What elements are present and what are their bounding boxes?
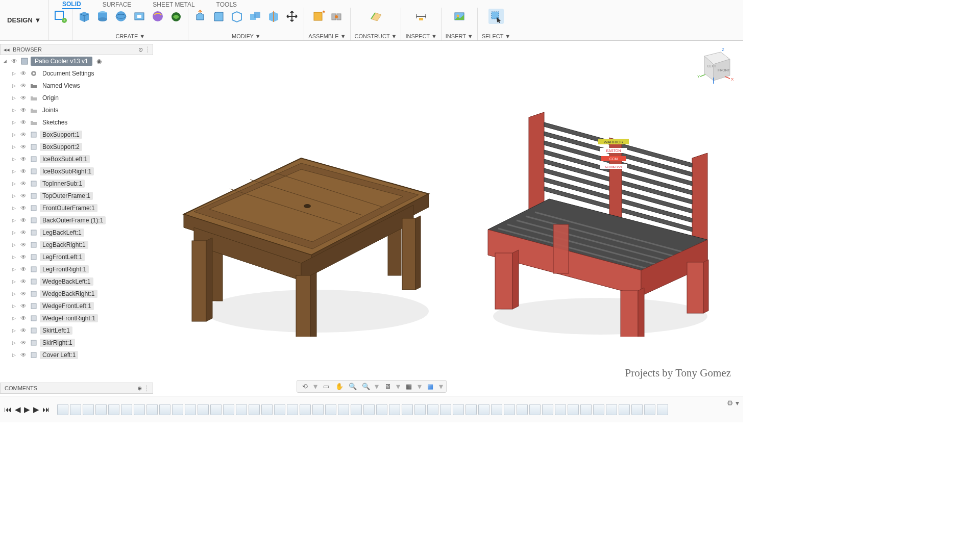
expand-icon[interactable]: ▷ (12, 132, 17, 137)
expand-icon[interactable]: ▷ (12, 242, 17, 247)
browser-row[interactable]: ▷👁Origin (3, 92, 153, 104)
expand-icon[interactable]: ▷ (12, 95, 17, 100)
visibility-icon[interactable]: 👁 (19, 216, 28, 224)
expand-icon[interactable]: ▷ (12, 291, 17, 296)
item-label[interactable]: IceBoxSubRight:1 (40, 167, 94, 175)
timeline-feature[interactable] (376, 404, 387, 415)
visibility-icon[interactable]: 👁 (19, 94, 28, 102)
torus-icon[interactable] (132, 9, 147, 24)
timeline-feature[interactable] (325, 404, 336, 415)
expand-icon[interactable]: ◢ (3, 59, 8, 64)
item-label[interactable]: LegBackLeft:1 (40, 229, 84, 237)
browser-row[interactable]: ▷👁Cover Left:1 (3, 349, 153, 361)
modify-label[interactable]: MODIFY ▼ (232, 33, 261, 39)
expand-icon[interactable]: ▷ (12, 352, 17, 358)
pan-icon[interactable]: ✋ (335, 382, 344, 391)
construct-label[interactable]: CONSTRUCT ▼ (355, 33, 397, 39)
browser-row[interactable]: ▷👁WedgeFrontLeft:1 (3, 300, 153, 312)
expand-icon[interactable]: ▷ (12, 328, 17, 333)
tab-surface[interactable]: SURFACE (103, 1, 132, 8)
browser-row[interactable]: ▷👁LegBackLeft:1 (3, 226, 153, 239)
item-label[interactable]: SkirtLeft:1 (40, 326, 72, 335)
expand-icon[interactable]: ▷ (12, 230, 17, 235)
zoom-icon[interactable]: 🔍 (348, 382, 357, 391)
browser-row[interactable]: ▷👁LegFrontRight:1 (3, 263, 153, 275)
visibility-icon[interactable]: 👁 (19, 106, 28, 114)
move-icon[interactable] (284, 9, 300, 24)
item-label[interactable]: WedgeBackRight:1 (40, 290, 97, 298)
browser-row[interactable]: ▷👁FrontOuterFrame:1 (3, 202, 153, 214)
select-icon[interactable] (488, 9, 504, 24)
item-label[interactable]: Sketches (40, 118, 70, 126)
expand-icon[interactable]: ▷ (12, 279, 17, 284)
item-label[interactable]: LegBackRight:1 (40, 241, 88, 249)
timeline-feature[interactable] (631, 404, 643, 415)
timeline-feature[interactable] (83, 404, 94, 415)
visibility-icon[interactable]: 👁 (19, 180, 28, 188)
visibility-icon[interactable]: 👁 (19, 143, 28, 151)
fillet-icon[interactable] (211, 9, 226, 24)
timeline-feature[interactable] (312, 404, 324, 415)
browser-row[interactable]: ▷👁IceBoxSubLeft:1 (3, 153, 153, 165)
assemble-label[interactable]: ASSEMBLE ▼ (308, 33, 346, 39)
browser-row[interactable]: ▷👁SkirRight:1 (3, 337, 153, 349)
timeline-feature[interactable] (504, 404, 515, 415)
box-icon[interactable] (77, 9, 92, 24)
display-icon[interactable]: 🖥 (383, 382, 392, 391)
timeline-feature[interactable] (465, 404, 477, 415)
timeline-feature[interactable] (402, 404, 413, 415)
visibility-icon[interactable]: 👁 (19, 155, 28, 163)
timeline-feature[interactable] (427, 404, 438, 415)
timeline-play-icon[interactable]: ▶ (24, 405, 30, 414)
root-label[interactable]: Patio Cooler v13 v1 (31, 57, 92, 66)
timeline-feature[interactable] (389, 404, 400, 415)
visibility-icon[interactable]: 👁 (19, 241, 28, 249)
browser-root-row[interactable]: ◢ 👁 Patio Cooler v13 v1 ◉ (3, 55, 153, 67)
timeline-feature[interactable] (517, 404, 528, 415)
item-label[interactable]: SkirRight:1 (40, 339, 75, 347)
expand-icon[interactable]: ▷ (12, 193, 17, 198)
visibility-icon[interactable]: 👁 (19, 82, 28, 90)
browser-row[interactable]: ▷👁WedgeBackLeft:1 (3, 275, 153, 288)
timeline-feature[interactable] (198, 404, 209, 415)
visibility-icon[interactable]: 👁 (19, 326, 28, 335)
viewport[interactable]: LEFT FRONT Z Y X (153, 41, 743, 383)
viewports-icon[interactable]: ▦ (426, 382, 435, 391)
browser-row[interactable]: ▷👁TopInnerSub:1 (3, 178, 153, 190)
browser-collapse-icon[interactable]: ◂◂ (4, 46, 10, 53)
design-dropdown[interactable]: DESIGN ▼ (7, 16, 41, 24)
timeline-feature[interactable] (338, 404, 349, 415)
form-icon[interactable] (150, 9, 165, 24)
item-label[interactable]: BoxSupport:2 (40, 143, 82, 151)
expand-icon[interactable]: ▷ (12, 108, 17, 113)
item-label[interactable]: Joints (40, 106, 61, 114)
expand-icon[interactable]: ▷ (12, 71, 17, 76)
timeline-start-icon[interactable]: ⏮ (4, 405, 12, 414)
timeline-feature[interactable] (172, 404, 183, 415)
item-label[interactable]: IceBoxSubLeft:1 (40, 155, 90, 163)
insert-label[interactable]: INSERT ▼ (446, 33, 473, 39)
item-label[interactable]: Origin (40, 94, 61, 102)
timeline-feature[interactable] (108, 404, 119, 415)
expand-icon[interactable]: ▷ (12, 303, 17, 309)
presspull-icon[interactable] (192, 9, 208, 24)
expand-icon[interactable]: ▷ (12, 206, 17, 211)
expand-icon[interactable]: ▷ (12, 218, 17, 223)
browser-row[interactable]: ▷👁Sketches (3, 116, 153, 129)
item-label[interactable]: TopInnerSub:1 (40, 180, 85, 188)
visibility-icon[interactable]: 👁 (19, 131, 28, 139)
visibility-icon[interactable]: 👁 (19, 290, 28, 298)
timeline-feature[interactable] (440, 404, 451, 415)
visibility-icon[interactable]: 👁 (19, 339, 28, 347)
timeline-feature[interactable] (529, 404, 541, 415)
expand-icon[interactable]: ▷ (12, 169, 17, 174)
browser-drag-icon[interactable]: ┆ (146, 46, 150, 53)
timeline-feature[interactable] (70, 404, 81, 415)
timeline-feature[interactable] (363, 404, 375, 415)
select-label[interactable]: SELECT ▼ (482, 33, 511, 39)
measure-icon[interactable] (413, 9, 429, 24)
sphere-icon[interactable] (113, 9, 129, 24)
tab-tools[interactable]: TOOLS (216, 1, 237, 8)
visibility-icon[interactable]: 👁 (19, 351, 28, 359)
item-label[interactable]: WedgeBackLeft:1 (40, 277, 93, 286)
